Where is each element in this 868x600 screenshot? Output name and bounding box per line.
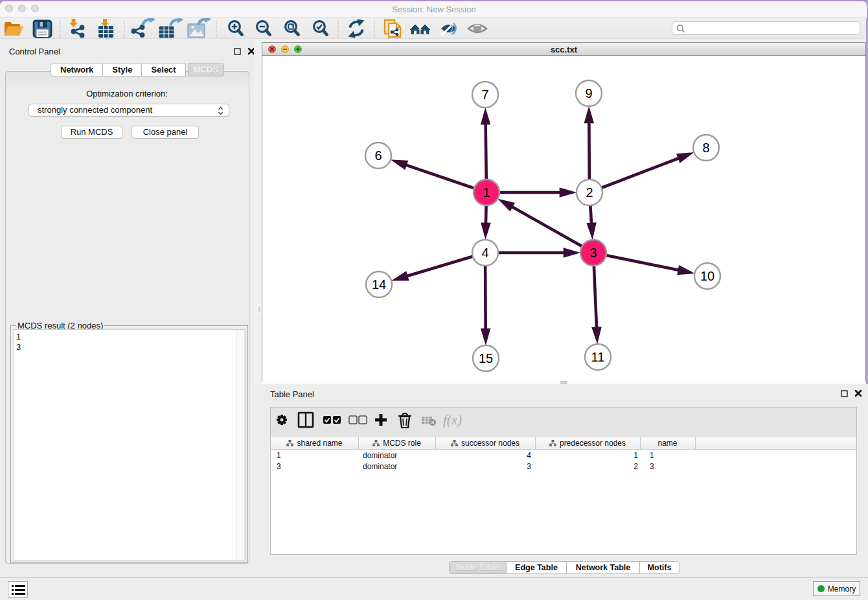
svg-text:1: 1	[483, 185, 490, 200]
svg-text:15: 15	[479, 351, 493, 365]
svg-text:14: 14	[372, 277, 386, 292]
svg-text:f(x): f(x)	[443, 412, 462, 428]
svg-text:7: 7	[481, 87, 488, 102]
svg-text:3: 3	[589, 246, 597, 260]
svg-text:2: 2	[586, 185, 593, 200]
svg-text:9: 9	[585, 86, 592, 100]
svg-text:8: 8	[702, 141, 709, 155]
svg-text:10: 10	[700, 269, 714, 283]
svg-text:6: 6	[374, 148, 382, 163]
svg-text:11: 11	[591, 350, 605, 364]
svg-text:4: 4	[481, 246, 488, 260]
